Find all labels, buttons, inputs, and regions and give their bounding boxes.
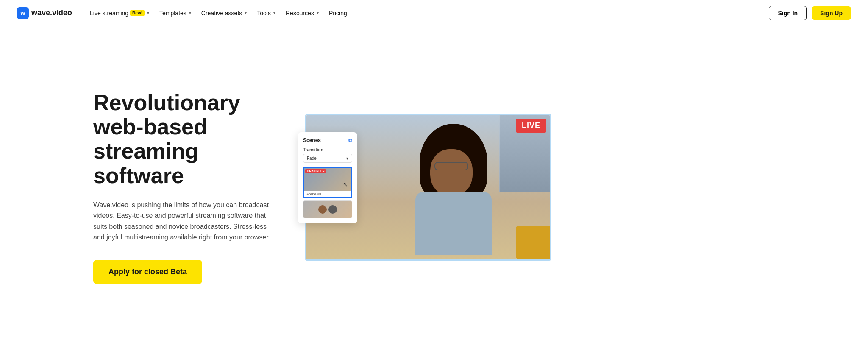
logo[interactable]: w wave.video (17, 7, 72, 19)
person-2-avatar (328, 205, 337, 214)
person-1-avatar (318, 205, 327, 214)
sign-in-button[interactable]: Sign In (769, 6, 807, 20)
glasses (434, 162, 468, 170)
chevron-down-icon: ▾ (317, 11, 319, 15)
nav-label-pricing: Pricing (329, 10, 347, 17)
hero-section: Revolutionary web-based streaming softwa… (0, 26, 868, 348)
panel-title: Scenes (303, 137, 321, 143)
nav-label-live-streaming: Live streaming (90, 10, 128, 17)
copy-icon[interactable]: ⧉ (348, 137, 352, 143)
scene-1-thumbnail[interactable]: ON SCREEN ↖ Scene #1 (303, 167, 352, 198)
nav-item-tools[interactable]: Tools ▾ (253, 7, 280, 19)
nav-label-creative-assets: Creative assets (201, 10, 242, 17)
scenes-panel: Scenes + ⧉ Transition Fade ▾ ON SCREEN ↖ (298, 132, 357, 223)
nav-item-templates[interactable]: Templates ▾ (155, 7, 195, 19)
logo-text: wave.video (31, 8, 72, 17)
live-badge: LIVE (516, 119, 546, 133)
chair (516, 226, 550, 259)
transition-select[interactable]: Fade ▾ (303, 154, 352, 163)
nav-actions: Sign In Sign Up (769, 6, 851, 20)
navbar: w wave.video Live streaming New! ▾ Templ… (0, 0, 868, 26)
nav-label-templates: Templates (159, 10, 186, 17)
new-badge: New! (130, 10, 145, 16)
chevron-down-icon: ▾ (273, 11, 275, 15)
chevron-down-icon: ▾ (245, 11, 247, 15)
hero-visual: LIVE Scenes + ⧉ Transition Fade ▾ (305, 114, 551, 261)
hero-text: Revolutionary web-based streaming softwa… (93, 91, 271, 284)
panel-icons: + ⧉ (344, 137, 352, 143)
scene-2-thumbnail[interactable] (303, 200, 352, 218)
nav-item-resources[interactable]: Resources ▾ (281, 7, 323, 19)
face (430, 149, 473, 196)
sweater (415, 192, 492, 255)
scene-1-preview: ON SCREEN ↖ (304, 168, 351, 191)
nav-item-creative-assets[interactable]: Creative assets ▾ (197, 7, 251, 19)
panel-header: Scenes + ⧉ (303, 137, 352, 143)
nav-items: Live streaming New! ▾ Templates ▾ Creati… (86, 7, 765, 19)
nav-label-tools: Tools (257, 10, 271, 17)
on-screen-badge: ON SCREEN (305, 169, 326, 173)
scene-2-preview (303, 201, 352, 218)
sign-up-button[interactable]: Sign Up (812, 6, 851, 20)
hero-description: Wave.video is pushing the limits of how … (93, 200, 271, 243)
nav-label-resources: Resources (286, 10, 314, 17)
person (411, 124, 496, 255)
transition-label: Transition (303, 148, 352, 152)
nav-item-pricing[interactable]: Pricing (325, 7, 351, 19)
hero-image: LIVE Scenes + ⧉ Transition Fade ▾ (305, 114, 551, 261)
apply-beta-button[interactable]: Apply for closed Beta (93, 260, 202, 284)
chevron-down-icon: ▾ (147, 11, 149, 15)
scene-1-label: Scene #1 (304, 191, 351, 197)
chevron-down-icon: ▾ (346, 156, 348, 161)
cursor-icon: ↖ (343, 181, 348, 188)
transition-value: Fade (307, 156, 317, 161)
logo-icon: w (17, 7, 29, 19)
hero-title: Revolutionary web-based streaming softwa… (93, 91, 271, 188)
add-icon[interactable]: + (344, 137, 347, 143)
nav-item-live-streaming[interactable]: Live streaming New! ▾ (86, 7, 153, 19)
chevron-down-icon: ▾ (189, 11, 191, 15)
